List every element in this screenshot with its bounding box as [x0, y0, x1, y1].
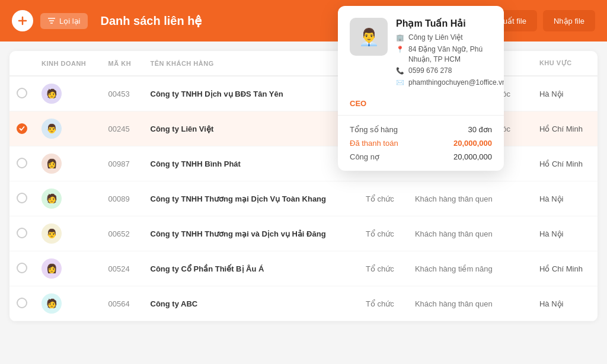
- filter-icon: [47, 17, 56, 25]
- stat-total-orders-label: Tổng số hàng: [350, 125, 398, 134]
- email-icon: ✉️: [396, 78, 404, 87]
- contacts-table-container: KINH DOANH MÃ KH TÊN KHÁCH HÀNG LOẠI KHU…: [9, 51, 598, 321]
- popup-company-row: 🏢 Công ty Liên Việt: [396, 33, 504, 43]
- popup-company: Công ty Liên Việt: [408, 33, 463, 43]
- row-checkbox[interactable]: [17, 263, 27, 273]
- row-checkbox-cell[interactable]: [9, 76, 34, 111]
- stat-paid-label: Đã thanh toán: [350, 139, 398, 148]
- table-row[interactable]: 👩 00987 Công ty TNHH Bình Phát Tổ chức K…: [9, 146, 598, 181]
- row-region: Hà Nội: [532, 181, 598, 216]
- row-name: Công ty TNHH Thương mại Dịch Vụ Toàn Kha…: [143, 181, 359, 216]
- row-avatar-cell: 👨: [34, 216, 101, 251]
- table-header: KINH DOANH MÃ KH TÊN KHÁCH HÀNG LOẠI KHU…: [9, 51, 598, 76]
- row-name: Công ty ABC: [143, 286, 359, 321]
- row-name: Công ty TNHH Dịch vụ BĐS Tân Yên: [143, 76, 359, 111]
- row-checkbox[interactable]: [17, 298, 27, 308]
- row-checkbox[interactable]: [17, 88, 27, 98]
- row-avatar-cell: 🧑: [34, 181, 101, 216]
- table-row[interactable]: 👨 00652 Công ty TNHH Thương mại và Dịch …: [9, 216, 598, 251]
- stat-paid-value: 20,000,000: [453, 139, 492, 148]
- row-checkbox-cell[interactable]: [9, 216, 34, 251]
- popup-contact-name: Phạm Tuấn Hải: [396, 18, 504, 29]
- table-row[interactable]: 👨 00245 Công ty Liên Việt Tổ chức Khách …: [9, 111, 598, 146]
- popup-phone-row: 📞 0599 676 278: [396, 66, 504, 76]
- row-name: Công ty Liên Việt: [143, 111, 359, 146]
- plus-icon: [17, 15, 28, 26]
- row-code: 00652: [101, 216, 143, 251]
- table-body: 🧑 00453 Công ty TNHH Dịch vụ BĐS Tân Yên…: [9, 76, 598, 321]
- row-checkbox-cell[interactable]: [9, 181, 34, 216]
- filter-button[interactable]: Lọi lại: [40, 13, 88, 29]
- col-business: KINH DOANH: [34, 51, 101, 76]
- row-avatar-cell: 👩: [34, 251, 101, 286]
- row-checkbox[interactable]: [17, 193, 27, 203]
- add-contact-button[interactable]: [12, 10, 33, 31]
- row-avatar-cell: 🧑: [34, 76, 101, 111]
- stat-debt-label: Công nợ: [350, 152, 379, 161]
- row-status: Khách hàng thân quen: [408, 181, 532, 216]
- row-region: Hồ Chí Minh: [532, 251, 598, 286]
- row-type: Tổ chức: [359, 286, 408, 321]
- row-type: Tổ chức: [359, 251, 408, 286]
- row-avatar: 🧑: [41, 293, 62, 314]
- row-code: 00524: [101, 251, 143, 286]
- row-name: Công ty TNHH Bình Phát: [143, 146, 359, 181]
- row-avatar: 👨: [41, 119, 62, 139]
- row-checkbox-cell[interactable]: [9, 146, 34, 181]
- location-icon: 📍: [396, 45, 404, 54]
- page-title: Danh sách liên hệ: [101, 14, 202, 28]
- popup-phone: 0599 676 278: [408, 66, 452, 76]
- row-type: Tổ chức: [359, 181, 408, 216]
- stat-debt: Công nợ 20,000,000: [350, 150, 492, 164]
- row-code: 00564: [101, 286, 143, 321]
- row-status: Khách hàng thân quen: [408, 286, 532, 321]
- row-region: Hà Nội: [532, 76, 598, 111]
- stat-total-orders-value: 30 đơn: [468, 125, 492, 134]
- row-status: Khách hàng tiềm năng: [408, 251, 532, 286]
- col-region: KHU VỰC: [532, 51, 598, 76]
- popup-header: 👨‍💼 Phạm Tuấn Hải 🏢 Công ty Liên Việt 📍 …: [338, 6, 504, 95]
- row-checkbox-cell[interactable]: [9, 286, 34, 321]
- popup-info: Phạm Tuấn Hải 🏢 Công ty Liên Việt 📍 84 Đ…: [396, 18, 504, 90]
- popup-avatar: 👨‍💼: [350, 18, 388, 56]
- building-icon: 🏢: [396, 33, 404, 42]
- col-checkbox: [9, 51, 34, 76]
- stat-total-orders: Tổng số hàng 30 đơn: [350, 123, 492, 136]
- popup-stats: Tổng số hàng 30 đơn Đã thanh toán 20,000…: [338, 116, 504, 171]
- import-button[interactable]: Nhập file: [543, 10, 595, 31]
- row-code: 00987: [101, 146, 143, 181]
- phone-icon: 📞: [396, 66, 404, 75]
- row-avatar: 🧑: [41, 189, 62, 209]
- filter-label: Lọi lại: [59, 17, 81, 25]
- row-checkbox[interactable]: [17, 228, 27, 238]
- popup-address-row: 📍 84 Đặng Văn Ngữ, Phú Nhuận, TP HCM: [396, 44, 504, 65]
- row-checkbox[interactable]: [17, 123, 27, 134]
- popup-email: phamthingochuyen@1office.vn: [408, 78, 504, 88]
- col-code: MÃ KH: [101, 51, 143, 76]
- row-avatar: 👩: [41, 154, 62, 174]
- row-checkbox-cell[interactable]: [9, 251, 34, 286]
- table-row[interactable]: 👩 00524 Công ty Cổ Phần Thiết Bị Âu Á Tổ…: [9, 251, 598, 286]
- row-region: Hà Nội: [532, 216, 598, 251]
- popup-role: CEO: [338, 95, 504, 115]
- contacts-table: KINH DOANH MÃ KH TÊN KHÁCH HÀNG LOẠI KHU…: [9, 51, 598, 321]
- stat-debt-value: 20,000,000: [453, 152, 492, 161]
- contact-popup-card: 👨‍💼 Phạm Tuấn Hải 🏢 Công ty Liên Việt 📍 …: [338, 6, 504, 171]
- row-region: Hà Nội: [532, 286, 598, 321]
- table-row[interactable]: 🧑 00453 Công ty TNHH Dịch vụ BĐS Tân Yên…: [9, 76, 598, 111]
- row-avatar-cell: 🧑: [34, 286, 101, 321]
- row-avatar-cell: 👩: [34, 146, 101, 181]
- row-name: Công ty TNHH Thương mại và Dịch vụ Hải Đ…: [143, 216, 359, 251]
- row-name: Công ty Cổ Phần Thiết Bị Âu Á: [143, 251, 359, 286]
- row-avatar: 🧑: [41, 84, 62, 104]
- row-checkbox-cell[interactable]: [9, 111, 34, 146]
- header-bar: Lọi lại Danh sách liên hệ Xuất file Nhập…: [0, 0, 607, 41]
- row-region: Hồ Chí Minh: [532, 146, 598, 181]
- stat-paid: Đã thanh toán 20,000,000: [350, 136, 492, 150]
- row-status: Khách hàng thân quen: [408, 216, 532, 251]
- row-avatar: 👨: [41, 223, 62, 244]
- row-checkbox[interactable]: [17, 158, 27, 168]
- row-code: 00089: [101, 181, 143, 216]
- table-row[interactable]: 🧑 00564 Công ty ABC Tổ chức Khách hàng t…: [9, 286, 598, 321]
- table-row[interactable]: 🧑 00089 Công ty TNHH Thương mại Dịch Vụ …: [9, 181, 598, 216]
